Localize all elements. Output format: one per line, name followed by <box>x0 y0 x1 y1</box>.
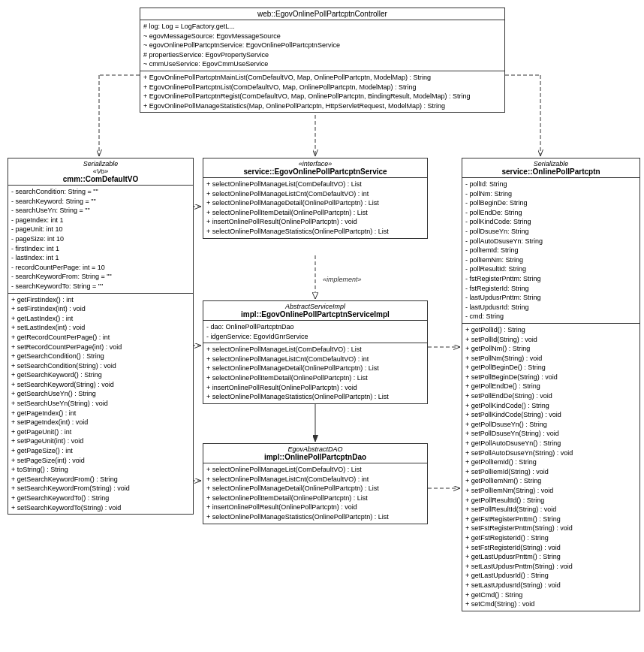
comdefaultvo-fields: - searchCondition: String = "" - searchK… <box>8 186 193 294</box>
method-item: + getPageIndex() : int <box>11 409 190 418</box>
serviceimpl-name: impl::EgovOnlinePollPartcptnServiceImpl <box>206 310 424 318</box>
method-item: + setPollIemId(String) : void <box>465 467 636 477</box>
field-item: - searchUseYn: String = "" <box>11 206 190 216</box>
field-item: - pollAutoDsuseYn: String <box>465 237 636 246</box>
field-item: # propertiesService: EgovPropertyService <box>143 50 501 60</box>
method-item: + selectOnlinePollManageStatistics(Onlin… <box>206 512 424 522</box>
method-item: + setPollAutoDsuseYn(String) : void <box>465 448 636 458</box>
field-item: - searchKeywordTo: String = "" <box>11 282 190 291</box>
onlinepollpartcptn-name: service::OnlinePollPartcptn <box>465 168 636 176</box>
method-item: + getLastIndex() : int <box>11 314 190 324</box>
method-item: + selectOnlinePollItemDetail(OnlinePollP… <box>206 208 424 218</box>
method-item: + selectOnlinePollManageList(ComDefaultV… <box>206 345 424 355</box>
method-item: + setPollDsuseYn(String) : void <box>465 429 636 439</box>
serviceimpl-title: AbstractServiceImpl impl::EgovOnlinePoll… <box>203 301 427 321</box>
comdefaultvo-methods: + getFirstIndex() : int + setFirstIndex(… <box>8 294 193 515</box>
method-item: + setFstRegisterPnttm(String) : void <box>465 524 636 533</box>
field-item: ~ egovMessageSource: EgovMessageSource <box>143 32 501 41</box>
method-item: + setSearchUseYn(String) : void <box>11 399 190 409</box>
method-item: + setPageIndex(int) : void <box>11 418 190 427</box>
field-item: - dao: OnlinePollPartcptnDao <box>206 322 424 332</box>
serviceimpl-methods: + selectOnlinePollManageList(ComDefaultV… <box>203 343 427 403</box>
comdefaultvo-title: Serializable «Vo» cmm::ComDefaultVO <box>8 158 193 186</box>
method-item: + selectOnlinePollManageListCnt(ComDefau… <box>206 355 424 364</box>
method-item: + setCmd(String) : void <box>465 599 636 609</box>
method-item: + getFstRegisterPnttm() : String <box>465 515 636 524</box>
method-item: + getSearchKeywordFrom() : String <box>11 475 190 484</box>
method-item: + setPollNm(String) : void <box>465 354 636 364</box>
method-item: + selectOnlinePollManageDetail(OnlinePol… <box>206 484 424 494</box>
method-item: + insertOnlinePollResult(OnlinePollPartc… <box>206 217 424 227</box>
field-item: - lastUpdusrId: String <box>465 303 636 312</box>
field-item: - pollEndDe: String <box>465 208 636 218</box>
method-item: + selectOnlinePollManageStatistics(Onlin… <box>206 227 424 237</box>
field-item: - recordCountPerPage: int = 10 <box>11 263 190 273</box>
field-item: - pollIemId: String <box>465 246 636 255</box>
comdefaultvo-box: Serializable «Vo» cmm::ComDefaultVO - se… <box>8 158 194 515</box>
method-item: + getPageSize() : int <box>11 446 190 456</box>
method-item: + setPollKindCode(String) : void <box>465 410 636 420</box>
field-item: - searchKeywordFrom: String = "" <box>11 272 190 282</box>
method-item: + getPollIemNm() : String <box>465 476 636 486</box>
service-title: «interface» service::EgovOnlinePollPartc… <box>203 158 427 178</box>
field-item: ~ cmmUseService: EgovCmmUseService <box>143 59 501 69</box>
svg-text:«implement»: «implement» <box>323 276 362 283</box>
method-item: + setPageUnit(int) : void <box>11 436 190 446</box>
comdefaultvo-name: cmm::ComDefaultVO <box>11 175 190 183</box>
dao-methods: + selectOnlinePollManageList(ComDefaultV… <box>203 463 427 524</box>
method-item: + getPollResultId() : String <box>465 496 636 506</box>
method-item: + setPollBeginDe(String) : void <box>465 373 636 382</box>
serviceimpl-fields: - dao: OnlinePollPartcptnDao - idgenServ… <box>203 321 427 343</box>
abstractservice-label: AbstractServiceImpl <box>206 303 424 310</box>
service-name: service::EgovOnlinePollPartcptnService <box>206 168 424 176</box>
field-item: - pollBeginDe: String <box>465 198 636 208</box>
method-item: + selectOnlinePollItemDetail(OnlinePollP… <box>206 373 424 383</box>
method-item: + selectOnlinePollManageList(ComDefaultV… <box>206 465 424 475</box>
method-item: + getPollId() : String <box>465 325 636 335</box>
method-item: + setFirstIndex(int) : void <box>11 304 190 314</box>
field-item: - fstRegisterId: String <box>465 284 636 294</box>
method-item: + getLastUpdusrPnttm() : String <box>465 552 636 562</box>
field-item: - lastIndex: int 1 <box>11 253 190 263</box>
method-item: + getPollDsuseYn() : String <box>465 420 636 430</box>
field-item: - pageUnit: int 10 <box>11 225 190 234</box>
method-item: + selectOnlinePollManageList(ComDefaultV… <box>206 180 424 189</box>
field-item: - pollDsuseYn: String <box>465 227 636 237</box>
method-item: + selectOnlinePollItemDetail(OnlinePollP… <box>206 494 424 503</box>
serializable-label: Serializable <box>11 160 190 168</box>
method-item: + setPollResultId(String) : void <box>465 505 636 515</box>
method-item: + setFstRegisterId(String) : void <box>465 543 636 553</box>
method-item: + getRecordCountPerPage() : int <box>11 333 190 343</box>
method-item: + getPollIemId() : String <box>465 457 636 467</box>
field-item: - pollNm: String <box>465 189 636 199</box>
field-item: - pollResultId: String <box>465 264 636 274</box>
method-item: + selectOnlinePollManageDetail(OnlinePol… <box>206 198 424 208</box>
method-item: + setPollId(String) : void <box>465 335 636 345</box>
field-item: ~ egovOnlinePollPartcptnService: EgovOnl… <box>143 41 501 50</box>
method-item: + setRecordCountPerPage(int) : void <box>11 343 190 352</box>
dao-title: EgovAbstractDAO impl::OnlinePollPartcptn… <box>203 444 427 463</box>
service-methods: + selectOnlinePollManageList(ComDefaultV… <box>203 178 427 238</box>
controller-box: web::EgovOnlinePollPartcptnController # … <box>140 8 505 113</box>
method-item: + setPollEndDe(String) : void <box>465 391 636 401</box>
field-item: # log: Log = LogFactory.getL... <box>143 22 501 32</box>
controller-fields: # log: Log = LogFactory.getL... ~ egovMe… <box>140 20 504 71</box>
method-item: + EgovOnlinePollPartcptnMainList(ComDefa… <box>143 73 501 83</box>
dao-name: impl::OnlinePollPartcptnDao <box>206 453 424 461</box>
serializable-label2: Serializable <box>465 160 636 168</box>
method-item: + setSearchCondition(String) : void <box>11 361 190 371</box>
serviceimpl-box: AbstractServiceImpl impl::EgovOnlinePoll… <box>203 300 428 404</box>
method-item: + getPollBeginDe() : String <box>465 363 636 373</box>
field-item: - firstIndex: int 1 <box>11 244 190 254</box>
method-item: + EgovOnlinePollPartcptnList(ComDefaultV… <box>143 83 501 92</box>
method-item: + getPollKindCode() : String <box>465 401 636 411</box>
method-item: + getLastUpdusrId() : String <box>465 571 636 581</box>
dao-box: EgovAbstractDAO impl::OnlinePollPartcptn… <box>203 443 428 524</box>
field-item: - searchCondition: String = "" <box>11 187 190 197</box>
method-item: + selectOnlinePollManageStatistics(Onlin… <box>206 392 424 402</box>
method-item: + getPollAutoDsuseYn() : String <box>465 439 636 448</box>
controller-title: web::EgovOnlinePollPartcptnController <box>140 8 504 20</box>
field-item: - pollKindCode: String <box>465 217 636 227</box>
diagram-container: «implement» web::EgovOnlinePollPartcptnC… <box>0 0 644 652</box>
method-item: + getPageUnit() : int <box>11 427 190 437</box>
